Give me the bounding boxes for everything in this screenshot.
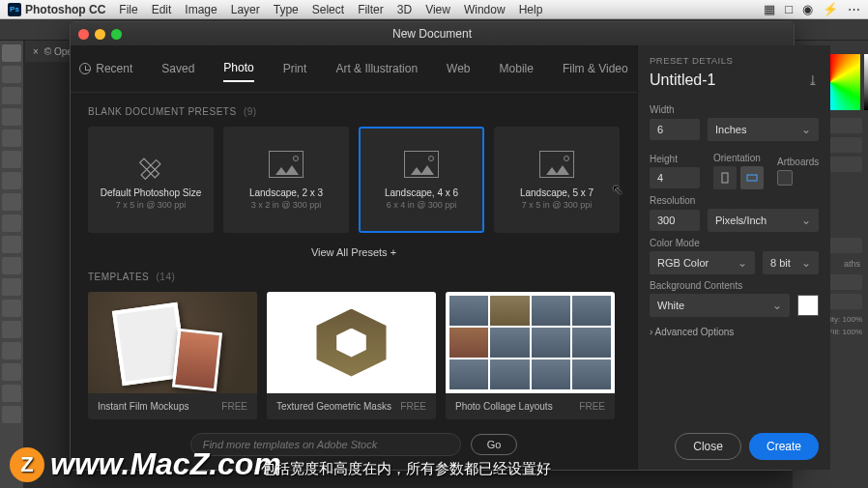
width-input[interactable] [650,119,700,140]
orientation-label: Orientation [713,153,764,163]
svg-rect-3 [747,175,757,181]
tab-mobile[interactable]: Mobile [500,55,534,82]
template-thumbnail [446,292,615,393]
preset-landscape-4x6[interactable]: Landscape, 4 x 6 6 x 4 in @ 300 ppi [359,127,484,233]
tab-saved[interactable]: Saved [161,55,194,82]
resolution-input[interactable] [650,210,700,231]
template-thumbnail [88,292,257,393]
orientation-portrait-button[interactable] [713,166,737,189]
menu-layer[interactable]: Layer [231,3,260,16]
menu-select[interactable]: Select [312,3,344,16]
image-icon [404,151,439,178]
go-button[interactable]: Go [471,434,518,455]
height-input[interactable] [650,167,700,188]
tab-film-video[interactable]: Film & Video [563,55,628,82]
menu-window[interactable]: Window [464,3,506,16]
app-logo: PsPhotoshop CC [8,3,105,16]
background-contents-select[interactable]: White [650,294,790,317]
color-mode-select[interactable]: RGB Color [650,251,755,274]
preset-landscape-2x3[interactable]: Landscape, 2 x 3 3 x 2 in @ 300 ppi [223,127,349,233]
artboards-label: Artboards [777,157,819,167]
close-button[interactable]: Close [675,433,741,460]
image-icon [269,151,304,178]
tools-panel[interactable] [0,41,23,488]
svg-rect-2 [722,173,728,183]
template-instant-film-mockups[interactable]: Instant Film MockupsFREE [88,292,257,419]
dialog-titlebar: New Document [71,22,794,45]
document-title-field[interactable]: Untitled-1 [650,72,715,89]
menu-image[interactable]: Image [185,3,217,16]
preset-default-photoshop-size[interactable]: Default Photoshop Size 7 x 5 in @ 300 pp… [88,127,214,233]
menubar-status-icons: ▦□◉⚡⋯ [764,2,860,16]
template-photo-collage-layouts[interactable]: Photo Collage LayoutsFREE [446,292,615,419]
width-unit-select[interactable]: Inches [708,118,819,141]
tab-art-illustration[interactable]: Art & Illustration [335,55,418,82]
view-all-presets-button[interactable]: View All Presets + [88,246,620,258]
orientation-landscape-button[interactable] [740,166,764,189]
color-mode-label: Color Mode [650,238,819,248]
window-controls[interactable] [78,29,392,40]
tab-web[interactable]: Web [447,55,470,82]
menu-edit[interactable]: Edit [152,3,172,16]
new-document-dialog: New Document Recent Saved Photo Print Ar… [70,21,795,471]
image-icon [539,151,574,178]
tab-photo[interactable]: Photo [223,55,253,82]
mac-menubar: PsPhotoshop CC File Edit Image Layer Typ… [0,0,868,19]
preset-details-header: PRESET DETAILS [650,55,819,66]
background-contents-label: Background Contents [650,280,819,291]
close-window-icon[interactable] [78,29,89,40]
tab-recent[interactable]: Recent [79,55,132,82]
pencil-ruler-icon [133,151,168,178]
svg-rect-0 [141,159,160,179]
tab-print[interactable]: Print [283,55,307,82]
clock-icon [79,63,91,74]
color-depth-select[interactable]: 8 bit [763,251,819,274]
menu-filter[interactable]: Filter [358,3,384,16]
create-button[interactable]: Create [749,433,819,460]
background-swatch[interactable] [797,295,819,316]
preset-details-panel: PRESET DETAILS Untitled-1 ⤓ Width Inches… [637,45,830,470]
width-label: Width [650,104,819,115]
height-label: Height [650,154,700,164]
category-tabs: Recent Saved Photo Print Art & Illustrat… [71,45,637,93]
menu-help[interactable]: Help [519,3,543,16]
search-stock-input[interactable] [190,433,461,456]
template-thumbnail [267,292,436,393]
menu-file[interactable]: File [119,3,137,16]
dialog-title: New Document [392,27,472,41]
presets-section-header: BLANK DOCUMENT PRESETS (9) [88,106,620,117]
menu-3d[interactable]: 3D [397,3,412,16]
templates-section-header: TEMPLATES (14) [88,272,620,282]
template-textured-geometric-masks[interactable]: Textured Geometric MasksFREE [267,292,436,419]
zoom-window-icon[interactable] [111,29,122,40]
menu-type[interactable]: Type [274,3,299,16]
artboards-checkbox[interactable] [777,170,793,186]
save-preset-icon[interactable]: ⤓ [807,72,819,88]
preset-landscape-5x7[interactable]: Landscape, 5 x 7 7 x 5 in @ 300 ppi [494,127,620,233]
resolution-unit-select[interactable]: Pixels/Inch [708,209,819,232]
minimize-window-icon[interactable] [95,29,105,40]
advanced-options-toggle[interactable]: Advanced Options [650,327,819,337]
menu-view[interactable]: View [425,3,450,16]
resolution-label: Resolution [650,195,819,206]
